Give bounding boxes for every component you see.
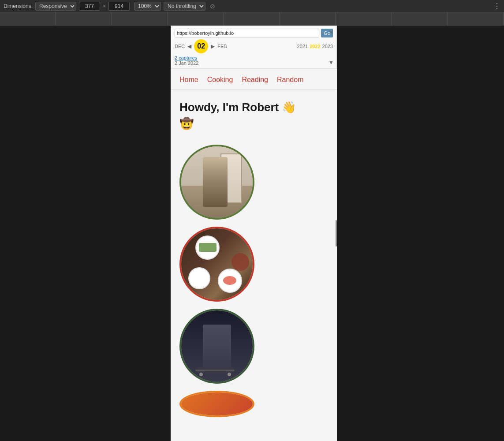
nav-random-link[interactable]: Random bbox=[277, 76, 303, 84]
site-content[interactable]: Home Cooking Reading Random Howdy, I'm R… bbox=[171, 69, 337, 441]
site-title-text: Howdy, I'm Robert 👋 bbox=[179, 101, 296, 114]
tab-3[interactable] bbox=[112, 12, 168, 26]
site-subtitle: 🤠 bbox=[179, 117, 328, 131]
year-labels: 2021 2022 2023 bbox=[297, 44, 333, 49]
tab-6[interactable] bbox=[280, 12, 336, 26]
skateboard-circle-image bbox=[179, 309, 254, 384]
skateboard-wheel-2 bbox=[228, 373, 231, 376]
next-year-label: 2023 bbox=[322, 44, 333, 49]
current-date-circle: 02 bbox=[194, 39, 208, 53]
food-item-1 bbox=[199, 243, 217, 252]
tab-8[interactable] bbox=[392, 12, 448, 26]
wayback-top-row: Go ✕ bbox=[175, 29, 333, 37]
wayback-url-input[interactable] bbox=[175, 29, 319, 37]
room-person bbox=[203, 157, 228, 207]
browser-content: Go ✕ DEC ◀ 02 ▶ FEB 2021 2022 2023 ▼ 2 c bbox=[171, 26, 337, 441]
nav-home-link[interactable]: Home bbox=[179, 76, 198, 84]
wayback-bar: Go ✕ DEC ◀ 02 ▶ FEB 2021 2022 2023 ▼ 2 c bbox=[171, 26, 337, 69]
more-options-button[interactable]: ⋮ bbox=[493, 2, 500, 10]
dev-tools-toolbar: Dimensions: Responsive × 100% No throttl… bbox=[0, 0, 504, 12]
left-panel bbox=[0, 26, 171, 441]
food-item-3 bbox=[223, 276, 236, 285]
food-image-bg bbox=[181, 228, 253, 300]
prev-arrow-icon[interactable]: ◀ bbox=[187, 43, 191, 49]
person-circle-image bbox=[179, 145, 254, 220]
tab-bar bbox=[0, 12, 504, 26]
width-input[interactable] bbox=[79, 2, 100, 11]
skate-figure bbox=[203, 325, 231, 367]
wayback-captures: 2 captures 2 Jan 2022 bbox=[175, 55, 333, 66]
tab-5[interactable] bbox=[224, 12, 280, 26]
nav-cooking-link[interactable]: Cooking bbox=[207, 76, 233, 84]
current-day-number: 02 bbox=[197, 42, 205, 50]
skateboard-wheel-1 bbox=[199, 373, 203, 376]
wayback-dropdown-icon[interactable]: ▼ bbox=[329, 60, 334, 66]
nav-reading-link[interactable]: Reading bbox=[242, 76, 268, 84]
prev-year-label: 2021 bbox=[297, 44, 308, 49]
food-plate-2 bbox=[188, 267, 210, 289]
tab-7[interactable] bbox=[336, 12, 392, 26]
dimensions-label: Dimensions: bbox=[4, 3, 33, 9]
skateboard-image-bg bbox=[181, 310, 253, 382]
fourth-image-bg bbox=[181, 391, 253, 417]
food-plate-1 bbox=[195, 235, 220, 260]
person-image-bg bbox=[181, 146, 253, 218]
throttle-select[interactable]: No throttling bbox=[164, 2, 205, 11]
captures-link[interactable]: 2 captures bbox=[175, 55, 197, 60]
captures-date: 2 Jan 2022 bbox=[175, 60, 198, 66]
site-title: Howdy, I'm Robert 👋 bbox=[179, 100, 328, 115]
food-plate-3 bbox=[218, 269, 242, 293]
wayback-close-button[interactable]: ✕ bbox=[329, 29, 334, 36]
height-input[interactable] bbox=[108, 2, 130, 11]
prev-month-label: DEC bbox=[175, 44, 185, 49]
block-icon: ⊘ bbox=[210, 3, 215, 10]
site-hero: Howdy, I'm Robert 👋 🤠 bbox=[171, 90, 337, 138]
current-year-label: 2022 bbox=[310, 44, 320, 49]
fourth-circle-image bbox=[179, 391, 254, 417]
tab-4[interactable] bbox=[168, 12, 224, 26]
dimension-separator: × bbox=[103, 3, 106, 9]
tab-9[interactable] bbox=[448, 12, 504, 26]
skateboard-deck bbox=[195, 370, 235, 371]
next-month-label: FEB bbox=[217, 44, 227, 49]
tab-1[interactable] bbox=[0, 12, 56, 26]
food-circle-image bbox=[179, 227, 254, 302]
site-navigation: Home Cooking Reading Random bbox=[171, 69, 337, 90]
main-area: Go ✕ DEC ◀ 02 ▶ FEB 2021 2022 2023 ▼ 2 c bbox=[0, 26, 504, 441]
scrollbar-indicator[interactable] bbox=[336, 220, 337, 247]
zoom-select[interactable]: 100% bbox=[134, 2, 161, 11]
wayback-calendar-row: DEC ◀ 02 ▶ FEB 2021 2022 2023 ▼ bbox=[175, 39, 333, 53]
next-arrow-icon[interactable]: ▶ bbox=[211, 43, 215, 49]
tab-2[interactable] bbox=[56, 12, 112, 26]
responsive-select[interactable]: Responsive bbox=[35, 2, 76, 11]
food-bowl bbox=[231, 253, 249, 271]
circle-images-container bbox=[171, 138, 337, 424]
right-panel bbox=[337, 26, 504, 441]
